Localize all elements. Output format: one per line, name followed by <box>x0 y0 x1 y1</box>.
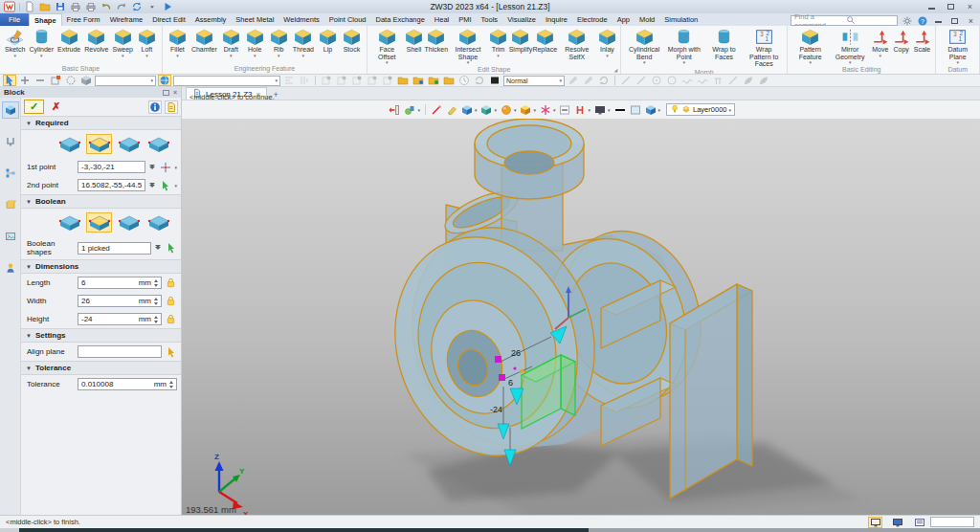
layer-combo[interactable]: Layer0000▾ <box>666 103 735 116</box>
dropdown-caret-icon[interactable]: ▾ <box>302 54 305 58</box>
section-dimensions[interactable]: ▼ Dimensions <box>21 259 181 274</box>
exit-icon[interactable] <box>388 103 401 116</box>
tab-tools[interactable]: Tools <box>477 13 503 26</box>
3d-canvas[interactable]: 26 6 -24 Z Y X <box>182 119 980 515</box>
thicken-button[interactable]: Thicken <box>424 27 448 54</box>
remove-pick-icon[interactable] <box>33 75 47 86</box>
dropdown-caret-icon[interactable]: ▾ <box>40 54 43 58</box>
dropdown-caret-icon[interactable]: ▾ <box>176 54 179 58</box>
folder-open-icon[interactable] <box>412 75 425 86</box>
tab-app[interactable]: App <box>612 13 635 26</box>
regen-icon[interactable] <box>131 1 143 12</box>
manager-user-icon[interactable] <box>2 259 19 277</box>
shaded-display-icon[interactable] <box>460 103 474 116</box>
new-file-icon[interactable] <box>24 1 35 12</box>
render-mode-combo[interactable]: Normal▾ <box>503 76 565 86</box>
notes-icon[interactable] <box>165 100 178 114</box>
pick-filter-icon[interactable] <box>403 103 416 116</box>
tab-electrode[interactable]: Electrode <box>572 13 612 26</box>
dropdown-caret-icon[interactable]: ▾ <box>230 54 233 58</box>
sketch-mini-icon[interactable] <box>430 103 443 116</box>
resolve-selfx-button[interactable]: Resolve SelfX <box>557 27 596 60</box>
tab-data-exchange[interactable]: Data Exchange <box>371 13 430 26</box>
qat-dropdown-icon[interactable] <box>146 1 158 12</box>
gear-icon[interactable] <box>902 15 913 26</box>
thread-button[interactable]: Thread▾ <box>291 27 316 58</box>
block-type-2pt-icon[interactable] <box>116 134 142 154</box>
tolerance-input[interactable]: 0.010008 mm <box>78 378 177 390</box>
draw-line-icon[interactable] <box>619 75 633 86</box>
tab-sheet-metal[interactable]: Sheet Metal <box>231 13 278 26</box>
wrap-pattern-to-faces-button[interactable]: 312Wrap Pattern to Faces <box>744 27 784 68</box>
block-type-3pt-icon[interactable] <box>145 134 171 154</box>
combo-caret-icon[interactable]: ▾ <box>559 78 562 83</box>
draw-spline-icon[interactable] <box>680 75 694 86</box>
plane-picker-icon[interactable] <box>165 346 177 358</box>
folder-link-icon[interactable] <box>442 75 456 86</box>
combo-caret-icon[interactable]: ▾ <box>150 78 153 83</box>
pattern-feature-button[interactable]: Pattern Feature▾ <box>791 27 830 65</box>
close-doc-icon[interactable]: × <box>965 16 977 26</box>
print-icon[interactable] <box>70 1 81 12</box>
point-picker-icon[interactable] <box>159 162 171 173</box>
material-icon[interactable] <box>519 103 532 116</box>
manager-shape-icon[interactable] <box>2 101 19 119</box>
picker-caret-icon[interactable]: ▾ <box>174 165 177 170</box>
dropdown-caret-icon[interactable]: ▾ <box>497 54 500 58</box>
draw-segment-icon[interactable] <box>726 75 740 86</box>
minimize-icon[interactable] <box>925 2 938 11</box>
print-preview-icon[interactable] <box>85 1 97 12</box>
scale-button[interactable]: Scale <box>912 27 933 54</box>
inlay-button[interactable]: Inlay▾ <box>597 27 618 58</box>
restore-doc-icon[interactable] <box>948 16 961 26</box>
pick-lasso-icon[interactable] <box>64 75 78 86</box>
dropdown-caret-icon[interactable]: ▾ <box>606 54 609 58</box>
cylindrical-bend-button[interactable]: Cylindrical Bend▾ <box>624 27 664 65</box>
tab-shape[interactable]: Shape <box>29 13 62 26</box>
boolean-base-icon[interactable] <box>56 212 82 233</box>
group-expander-icon[interactable]: ◢ <box>614 67 618 73</box>
length-input[interactable]: 6 mm <box>78 277 162 289</box>
dropdown-caret-icon[interactable]: ▾ <box>254 54 256 58</box>
toggle-comp-icon[interactable] <box>381 75 394 86</box>
help-icon[interactable]: ? <box>917 15 928 26</box>
boolean-remove-icon[interactable] <box>116 212 142 233</box>
play-icon[interactable] <box>162 1 173 12</box>
copy-button[interactable]: Copy <box>891 27 912 54</box>
draw-polyline-icon[interactable] <box>635 75 648 86</box>
first-point-input[interactable]: -3,-30,-21 <box>78 161 145 173</box>
trim-button[interactable]: Trim▾ <box>488 27 509 58</box>
undo-icon[interactable] <box>100 1 112 12</box>
tab-visualize[interactable]: Visualize <box>502 13 541 26</box>
section-boolean[interactable]: ▼ Boolean <box>21 194 181 209</box>
tab-simulation[interactable]: Simulation <box>659 13 702 26</box>
expand-chevron-icon[interactable] <box>149 166 155 169</box>
lightbulb-icon[interactable] <box>670 103 679 116</box>
draft-button[interactable]: Draft▾ <box>219 27 243 58</box>
display-monitor-icon[interactable] <box>890 517 904 528</box>
dropdown-caret-icon[interactable]: ▾ <box>643 60 646 65</box>
lock-icon[interactable] <box>165 296 177 307</box>
minimize-doc-icon[interactable] <box>932 16 945 26</box>
section-required[interactable]: ▼ Required <box>21 116 181 130</box>
tab-wireframe[interactable]: Wireframe <box>105 13 148 26</box>
spinner[interactable] <box>154 316 158 323</box>
select-filter-icon[interactable] <box>3 75 16 86</box>
close-icon[interactable]: × <box>964 2 976 11</box>
panel-close-icon[interactable]: × <box>173 89 177 96</box>
dropdown-caret-icon[interactable]: ▾ <box>145 54 148 58</box>
dropdown-caret-icon[interactable]: ▾ <box>417 107 420 113</box>
dropdown-caret-icon[interactable]: ▾ <box>608 107 611 113</box>
pen-style-icon[interactable] <box>567 75 580 86</box>
history-clock-icon[interactable] <box>457 75 471 86</box>
draw-arc-icon[interactable] <box>711 75 724 86</box>
tab-mold[interactable]: Mold <box>635 13 659 26</box>
dropdown-caret-icon[interactable]: ▾ <box>475 107 478 113</box>
face-offset-button[interactable]: Face Offset▾ <box>370 27 404 65</box>
expand-chevron-icon[interactable] <box>149 184 155 188</box>
shell-button[interactable]: Shell <box>404 27 425 54</box>
background-color-icon[interactable] <box>629 103 642 116</box>
tab-inquire[interactable]: Inquire <box>541 13 572 26</box>
lock-icon[interactable] <box>165 314 177 325</box>
block-type-corner-icon[interactable] <box>56 134 82 154</box>
